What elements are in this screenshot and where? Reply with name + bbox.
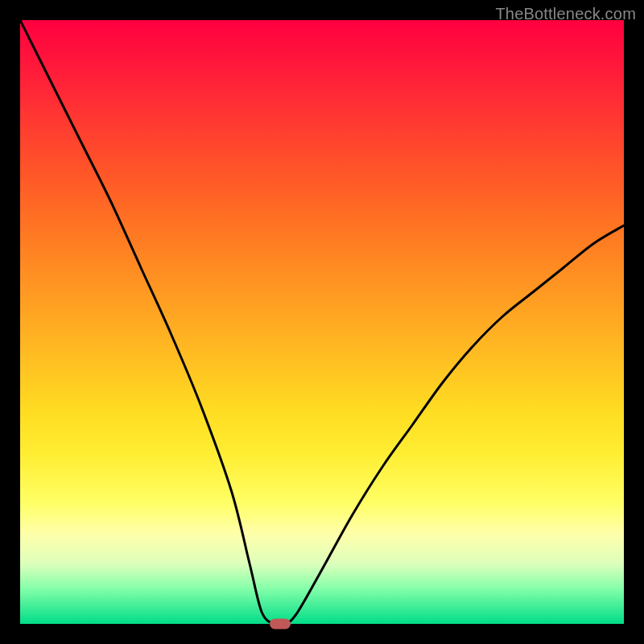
bottleneck-curve <box>20 20 624 624</box>
optimum-marker <box>270 619 291 630</box>
chart-plot-area <box>20 20 624 624</box>
watermark-text: TheBottleneck.com <box>495 5 636 23</box>
